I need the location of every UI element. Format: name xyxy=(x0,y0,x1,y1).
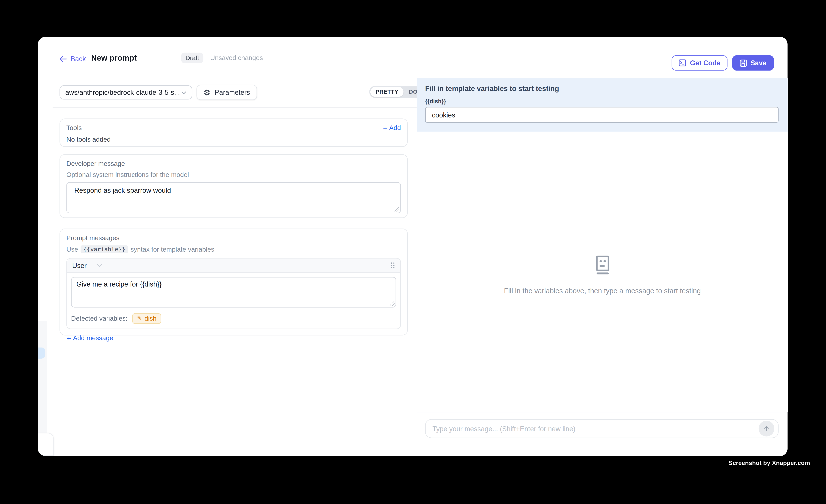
parameters-button[interactable]: ⚙ Parameters xyxy=(196,85,257,100)
hint-suffix: syntax for template variables xyxy=(130,246,214,253)
message-textarea[interactable]: Give me a recipe for {{dish}} xyxy=(71,277,396,308)
chevron-down-icon xyxy=(97,264,103,267)
sidebar-sliver xyxy=(38,321,47,433)
chat-divider xyxy=(417,412,787,412)
chat-empty-text: Fill in the variables above, then type a… xyxy=(504,287,701,295)
add-message-label: Add message xyxy=(73,334,113,342)
hint-prefix: Use xyxy=(66,246,78,253)
hint-code: {{variable}} xyxy=(81,245,128,253)
tools-title: Tools xyxy=(66,124,82,132)
draft-badge: Draft xyxy=(181,53,203,63)
unsaved-changes-text: Unsaved changes xyxy=(210,54,263,62)
toolbar-divider xyxy=(53,107,417,108)
developer-message-title: Developer message xyxy=(66,160,401,167)
save-button[interactable]: Save xyxy=(732,55,774,71)
plus-icon: + xyxy=(383,125,387,131)
pencil-icon: ✎ xyxy=(137,315,142,322)
back-label: Back xyxy=(71,55,86,63)
app-window: Back New prompt Draft Unsaved changes Ge… xyxy=(38,37,787,456)
screenshot-stage: Back New prompt Draft Unsaved changes Ge… xyxy=(0,0,826,504)
prompt-messages-title: Prompt messages xyxy=(66,234,401,242)
gear-icon: ⚙ xyxy=(203,88,211,96)
parameters-label: Parameters xyxy=(215,88,250,96)
model-selector[interactable]: aws/anthropic/bedrock-claude-3-5-s... xyxy=(60,85,192,100)
send-button[interactable] xyxy=(759,421,774,436)
arrow-up-icon xyxy=(763,425,770,432)
add-tool-button[interactable]: + Add xyxy=(383,124,401,132)
detected-variables-row: Detected variables: ✎ dish xyxy=(67,312,400,328)
test-panel: Fill in template variables to start test… xyxy=(417,78,788,456)
arrow-left-icon xyxy=(60,56,67,62)
plus-icon: + xyxy=(67,334,71,341)
prompt-message-block: User Give me a recipe for {{dish}} xyxy=(66,258,401,329)
save-floppy-icon xyxy=(740,59,747,67)
terminal-icon xyxy=(678,59,686,67)
tools-card: Tools + Add No tools added xyxy=(60,118,408,147)
resize-grip-icon[interactable] xyxy=(395,207,399,212)
save-label: Save xyxy=(751,59,766,67)
prompt-messages-card: Prompt messages Use {{variable}} syntax … xyxy=(60,229,408,335)
tools-empty-text: No tools added xyxy=(66,136,401,143)
model-selector-value: aws/anthropic/bedrock-claude-3-5-s... xyxy=(65,88,180,96)
developer-message-textarea[interactable]: Respond as jack sparrow would xyxy=(66,182,401,213)
chevron-down-icon xyxy=(181,91,186,94)
get-code-button[interactable]: Get Code xyxy=(671,55,727,71)
developer-message-subtitle: Optional system instructions for the mod… xyxy=(66,171,401,179)
developer-message-card: Developer message Optional system instru… xyxy=(60,154,408,218)
fill-variables-title: Fill in template variables to start test… xyxy=(425,85,780,93)
detected-variables-label: Detected variables: xyxy=(71,315,127,322)
variable-name-label: {{dish}} xyxy=(425,98,780,104)
chat-message-input[interactable] xyxy=(426,425,778,433)
add-tool-label: Add xyxy=(389,124,401,132)
variable-value-input[interactable] xyxy=(425,107,779,123)
add-message-button[interactable]: + Add message xyxy=(67,334,401,342)
page-title: New prompt xyxy=(91,53,137,62)
role-value: User xyxy=(72,261,86,269)
sidebar-sliver-selected-item xyxy=(38,348,45,359)
chat-input-container xyxy=(425,419,779,438)
toggle-pretty[interactable]: PRETTY xyxy=(370,87,404,97)
variable-syntax-hint: Use {{variable}} syntax for template var… xyxy=(66,245,401,253)
variable-chip-label: dish xyxy=(144,315,157,322)
sliver-card xyxy=(38,433,54,456)
template-variables-section: Fill in template variables to start test… xyxy=(417,78,787,132)
prompt-editor-panel: aws/anthropic/bedrock-claude-3-5-s... ⚙ … xyxy=(38,78,417,456)
back-button[interactable]: Back xyxy=(60,55,86,63)
header-actions: Get Code Save xyxy=(671,55,774,71)
role-selector[interactable]: User xyxy=(72,261,102,269)
watermark-text: Screenshot by Xnapper.com xyxy=(728,460,810,466)
message-header: User xyxy=(67,259,400,273)
resize-grip-icon[interactable] xyxy=(390,301,395,306)
status-group: Draft Unsaved changes xyxy=(181,53,263,63)
chat-empty-state: Fill in the variables above, then type a… xyxy=(417,255,787,295)
robot-face-icon xyxy=(592,255,612,275)
get-code-label: Get Code xyxy=(690,59,720,67)
drag-handle-icon[interactable] xyxy=(390,262,395,269)
variable-chip-dish[interactable]: ✎ dish xyxy=(132,313,161,324)
